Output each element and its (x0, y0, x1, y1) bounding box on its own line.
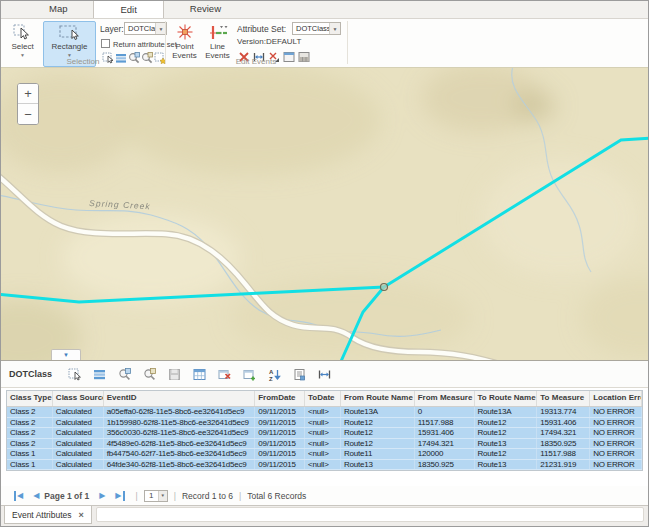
table-cell: NO ERROR (590, 439, 642, 449)
table-cell: <null> (305, 407, 341, 417)
version-text: Version:DEFAULT (237, 37, 301, 46)
table-cell: NO ERROR (590, 407, 642, 417)
last-page-button[interactable]: ▶ (115, 491, 124, 501)
tab-review[interactable]: Review (164, 1, 247, 18)
table-row[interactable]: Class 2Calculated1b159980-62f8-11e5-8bc6… (7, 418, 642, 429)
zoom-in-button[interactable]: + (18, 84, 38, 104)
table-cell: 356c0030-62f8-11e5-8bc6-ee32641d5ec9 (104, 428, 256, 438)
table-cell: Route12 (475, 449, 538, 459)
rectangle-label: Rectangle (51, 43, 87, 52)
table-cell: 120000 (415, 449, 475, 459)
tab-event-attributes[interactable]: Event Attributes × (4, 506, 92, 524)
attribute-set-combobox[interactable]: DOTClass ▼ (292, 22, 341, 35)
page-number-combobox[interactable]: 1 ▼ (144, 490, 168, 502)
table-cell: 19313.774 (537, 407, 590, 417)
sort-records-icon[interactable]: AZ (266, 367, 283, 382)
zoom-to-selection-icon[interactable] (116, 367, 133, 382)
table-cell: 21231.919 (537, 460, 590, 470)
next-page-button[interactable]: ▶ (99, 491, 105, 501)
table-row[interactable]: Class 2Calculated356c0030-62f8-11e5-8bc6… (7, 428, 642, 439)
panel-collapse-button[interactable]: ▼ (51, 349, 81, 360)
panel-toolbar: DOTClass AZ (1, 361, 648, 388)
pan-to-selection-icon[interactable] (141, 367, 158, 382)
view-report-icon[interactable] (291, 367, 308, 382)
table-cell: 15931.406 (537, 418, 590, 428)
table-cell: 09/11/2015 (255, 449, 305, 459)
tab-edit[interactable]: Edit (93, 0, 163, 18)
rectangle-dropdown-caret-icon[interactable]: ▼ (67, 53, 72, 57)
open-table-icon[interactable] (191, 367, 208, 382)
table-cell: Calculated (53, 439, 104, 449)
return-attribute-set-checkbox[interactable] (101, 39, 110, 48)
table-cell: Class 1 (7, 449, 53, 459)
table-cell: Route12 (475, 418, 538, 428)
svg-text:A: A (269, 369, 274, 375)
layer-value: DOTClass (125, 24, 155, 33)
line-events-icon (208, 24, 228, 41)
select-dropdown-caret-icon[interactable]: ▼ (20, 53, 25, 57)
column-header[interactable]: ToDate (305, 391, 341, 406)
column-header[interactable]: Class Type (7, 391, 53, 406)
column-header[interactable]: Class Source (53, 391, 104, 406)
edit-events-group-label: Edit Events (165, 57, 347, 66)
table-row[interactable]: Class 1Calculatedfb447540-62f7-11e5-8bc6… (7, 449, 642, 460)
rectangle-select-icon (58, 24, 82, 41)
previous-page-button[interactable]: ◀ (33, 491, 39, 501)
zoom-out-button[interactable]: − (18, 104, 38, 124)
show-list-icon[interactable] (91, 367, 108, 382)
save-edits-icon[interactable] (166, 367, 183, 382)
table-cell: 17494.321 (537, 428, 590, 438)
page-number-value: 1 (145, 491, 158, 500)
first-page-button[interactable]: ◀ (14, 491, 23, 501)
table-cell: Class 2 (7, 439, 53, 449)
table-cell: Class 1 (7, 460, 53, 470)
delete-records-icon[interactable] (216, 367, 233, 382)
column-header[interactable]: FromDate (255, 391, 305, 406)
column-header[interactable]: To Measure (537, 391, 590, 406)
table-cell: Class 2 (7, 407, 53, 417)
pager-divider: | (136, 491, 138, 501)
ribbon: Select ▼ Rectangle ▼ Layer: DOTClass ▼ R… (1, 19, 648, 68)
table-cell: Route13 (475, 460, 538, 470)
table-cell: Class 2 (7, 418, 53, 428)
bottom-tab-bar: Event Attributes × (1, 505, 648, 526)
table-cell: fb447540-62f7-11e5-8bc6-ee32641d5ec9 (104, 449, 256, 459)
table-cell: 1b159980-62f8-11e5-8bc6-ee32641d5ec9 (104, 418, 256, 428)
table-row[interactable]: Class 1Calculated64fde340-62f8-11e5-8bc6… (7, 460, 642, 471)
tab-map[interactable]: Map (23, 1, 93, 18)
page-number-caret-icon: ▼ (158, 491, 167, 501)
table-cell: Route13 (475, 439, 538, 449)
table-cell: Calculated (53, 449, 104, 459)
table-cell: 18350.925 (415, 460, 475, 470)
svg-text:Z: Z (269, 375, 273, 381)
map-canvas[interactable]: Spring Creek + − ▼ (1, 68, 648, 361)
pager-divider: | (174, 491, 176, 501)
table-cell: 09/11/2015 (255, 418, 305, 428)
column-header[interactable]: Location Error (590, 391, 642, 406)
layer-label: Layer: (100, 24, 124, 34)
table-cell: Route12 (341, 418, 415, 428)
table-row[interactable]: Class 2Calculateda05effa0-62f8-11e5-8bc6… (7, 407, 642, 418)
column-header[interactable]: EventID (104, 391, 256, 406)
route-junction-marker[interactable] (381, 284, 388, 291)
add-records-icon[interactable] (241, 367, 258, 382)
table-cell: Route13A (475, 407, 538, 417)
table-cell: Route11 (341, 449, 415, 459)
table-row[interactable]: Class 2Calculated4f5489e0-62f8-11e5-8bc6… (7, 439, 642, 450)
select-records-icon[interactable] (66, 367, 83, 382)
column-header[interactable]: From Route Name (341, 391, 415, 406)
table-cell: Route12 (475, 428, 538, 438)
table-cell: <null> (305, 439, 341, 449)
measure-extent-icon[interactable] (316, 367, 333, 382)
close-tab-icon[interactable]: × (79, 510, 84, 520)
table-cell: Route13A (341, 407, 415, 417)
attribute-table: Class TypeClass SourceEventIDFromDateToD… (6, 390, 643, 471)
table-cell: Class 2 (7, 428, 53, 438)
map-zoom-control: + − (17, 83, 39, 125)
table-cell: <null> (305, 428, 341, 438)
column-header[interactable]: To Route Name (475, 391, 538, 406)
layer-combobox[interactable]: DOTClass ▼ (124, 22, 167, 35)
column-header[interactable]: From Measure (415, 391, 475, 406)
table-cell: 0 (415, 407, 475, 417)
table-body: Class 2Calculateda05effa0-62f8-11e5-8bc6… (7, 407, 642, 470)
